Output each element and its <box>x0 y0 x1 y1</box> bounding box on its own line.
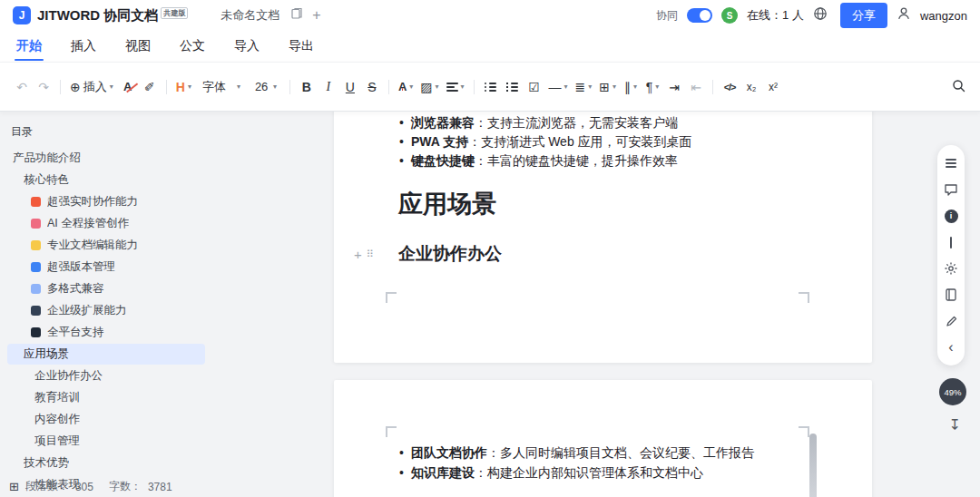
table-button[interactable]: ⊞▾ <box>595 74 620 100</box>
tab-home[interactable]: 开始 <box>15 32 44 61</box>
superscript-button[interactable]: x² <box>762 74 784 100</box>
redo-button[interactable]: ↷ <box>33 74 54 100</box>
collapse-panel-button[interactable]: ‹ <box>944 340 958 355</box>
building-icon <box>31 306 41 316</box>
tab-insert[interactable]: 插入 <box>69 32 98 61</box>
insert-plus-icon: ⊕ <box>70 80 81 94</box>
indent-decrease-button[interactable]: ⇤ <box>685 74 707 100</box>
line-spacing-icon: ≣ <box>575 80 586 94</box>
font-color-button[interactable]: A▾ <box>395 74 416 100</box>
strikethrough-button[interactable]: S <box>361 74 383 100</box>
tab-official-doc[interactable]: 公文 <box>178 32 207 61</box>
collaboration-toggle[interactable] <box>687 8 712 23</box>
chevron-down-icon: ▾ <box>564 83 568 91</box>
bullet-list[interactable]: 浏览器兼容：支持主流浏览器，无需安装客户端 PWA 支持：支持渐进式 Web 应… <box>334 112 872 171</box>
document-title[interactable]: 未命名文档 <box>220 7 279 24</box>
outline-item-format-compat[interactable]: 多格式兼容 <box>7 278 205 299</box>
formatting-toolbar: ↶ ↷ ⊕插入▾ A ✐ H▾ 字体▾ 26▾ B I U S A▾ ▨▾ ▾ … <box>0 62 980 112</box>
italic-icon: I <box>327 80 331 94</box>
notebook-button[interactable] <box>944 287 958 302</box>
pen-button[interactable] <box>944 314 958 328</box>
chevron-left-icon: ‹ <box>948 340 953 355</box>
highlight-color-button[interactable]: ▨▾ <box>416 74 442 100</box>
drag-handle-icon[interactable]: ⠿ <box>367 248 373 260</box>
zoom-badge[interactable]: 49% <box>939 378 966 405</box>
bullet-item[interactable]: 键盘快捷键：丰富的键盘快捷键，提升操作效率 <box>411 151 808 171</box>
outline-item-version-management[interactable]: 超强版本管理 <box>7 257 205 278</box>
new-tab-icon[interactable]: + <box>312 8 320 23</box>
edition-badge: 共建版 <box>161 7 188 19</box>
outline-item-enterprise-extension[interactable]: 企业级扩展能力 <box>7 300 205 321</box>
outline-item-core-features[interactable]: 核心特色 <box>7 170 205 190</box>
bullet-item[interactable]: 团队文档协作：多人同时编辑项目文档、会议纪要、工作报告 <box>411 443 808 463</box>
menu-button[interactable] <box>944 156 958 171</box>
numbered-list-button[interactable] <box>502 74 524 100</box>
bullet-item[interactable]: 浏览器兼容：支持主流浏览器，无需安装客户端 <box>411 113 808 132</box>
page-scrollbar[interactable] <box>809 434 817 497</box>
heading-style-button[interactable]: H▾ <box>172 74 195 100</box>
tab-import[interactable]: 导入 <box>232 32 261 61</box>
chevron-down-icon: ▾ <box>188 83 191 91</box>
info-button[interactable]: i <box>944 209 958 223</box>
share-button[interactable]: 分享 <box>840 3 887 28</box>
outline-item-use-cases[interactable]: 应用场景 <box>7 344 205 365</box>
outline-item-realtime-collab[interactable]: 超强实时协作能力 <box>7 191 205 212</box>
indent-increase-button[interactable]: ⇥ <box>663 74 685 100</box>
paragraph-mark-button[interactable]: ¶▾ <box>642 74 663 100</box>
app-logo-icon[interactable]: J <box>13 6 31 24</box>
user-name[interactable]: wangzon <box>920 9 967 23</box>
font-size-select[interactable]: 26▾ <box>248 74 284 100</box>
outline-item-tech-advantages[interactable]: 技术优势 <box>7 453 205 473</box>
add-block-icon[interactable]: + <box>354 248 362 261</box>
slider-button[interactable] <box>944 235 958 249</box>
tab-export[interactable]: 导出 <box>287 32 316 61</box>
search-button[interactable] <box>947 74 969 100</box>
chevron-down-icon: ▾ <box>612 83 616 91</box>
outline-item-doc-editing[interactable]: 专业文档编辑能力 <box>7 235 205 256</box>
numbered-list-icon <box>506 82 518 92</box>
settings-button[interactable] <box>944 261 958 276</box>
collaborator-avatar[interactable]: S <box>721 7 738 24</box>
clear-format-button[interactable]: A <box>117 74 139 100</box>
outline-item-platform-support[interactable]: 全平台支持 <box>7 322 205 343</box>
align-button[interactable]: ▾ <box>443 74 468 100</box>
user-icon[interactable] <box>897 6 911 24</box>
heading-1[interactable]: 应用场景 <box>398 187 808 221</box>
bullet-item[interactable]: 知识库建设：构建企业内部知识管理体系和文档中心 <box>411 463 808 482</box>
heading-2[interactable]: 企业协作办公 <box>398 241 808 267</box>
font-family-select[interactable]: 字体▾ <box>195 74 248 100</box>
underline-button[interactable]: U <box>339 74 361 100</box>
scroll-down-button[interactable]: ↧ <box>949 416 961 434</box>
toolbar-divider <box>712 80 713 94</box>
language-globe-icon[interactable] <box>813 6 828 24</box>
format-painter-button[interactable]: ✐ <box>139 74 161 100</box>
outline-item-education[interactable]: 教育培训 <box>7 387 205 408</box>
columns-button[interactable]: ∥▾ <box>620 74 642 100</box>
bold-button[interactable]: B <box>296 74 318 100</box>
document-page-1[interactable]: 浏览器兼容：支持主流浏览器，无需安装客户端 PWA 支持：支持渐进式 Web 应… <box>334 112 872 363</box>
horizontal-rule-button[interactable]: —▾ <box>545 74 572 100</box>
outline-item-project-management[interactable]: 项目管理 <box>7 431 205 452</box>
bullet-list-button[interactable] <box>480 74 502 100</box>
doc-tab-icon[interactable] <box>290 7 303 24</box>
tab-view[interactable]: 视图 <box>123 32 152 61</box>
bullet-item[interactable]: PWA 支持：支持渐进式 Web 应用，可安装到桌面 <box>411 132 808 151</box>
undo-button[interactable]: ↶ <box>11 74 33 100</box>
subscript-button[interactable]: x₂ <box>740 74 762 100</box>
outline-item-ai-writing[interactable]: AI 全程接管创作 <box>7 213 205 234</box>
task-list-icon: ☑ <box>528 80 540 94</box>
align-icon <box>446 82 458 92</box>
italic-button[interactable]: I <box>318 74 339 100</box>
task-list-button[interactable]: ☑ <box>524 74 545 100</box>
comment-button[interactable] <box>944 182 958 197</box>
code-block-button[interactable]: </> <box>719 74 740 100</box>
bullet-list[interactable]: 团队文档协作：多人同时编辑项目文档、会议纪要、工作报告 知识库建设：构建企业内部… <box>334 380 872 482</box>
content-corner-mark <box>799 426 809 437</box>
document-page-2[interactable]: 团队文档协作：多人同时编辑项目文档、会议纪要、工作报告 知识库建设：构建企业内部… <box>334 380 872 497</box>
outline-item-product-intro[interactable]: 产品功能介绍 <box>7 148 205 169</box>
line-spacing-button[interactable]: ≣▾ <box>572 74 596 100</box>
outline-item-content-creation[interactable]: 内容创作 <box>7 409 205 430</box>
chevron-down-icon: ▾ <box>237 83 240 91</box>
insert-button[interactable]: ⊕插入▾ <box>66 74 117 100</box>
outline-item-enterprise-office[interactable]: 企业协作办公 <box>7 365 205 386</box>
